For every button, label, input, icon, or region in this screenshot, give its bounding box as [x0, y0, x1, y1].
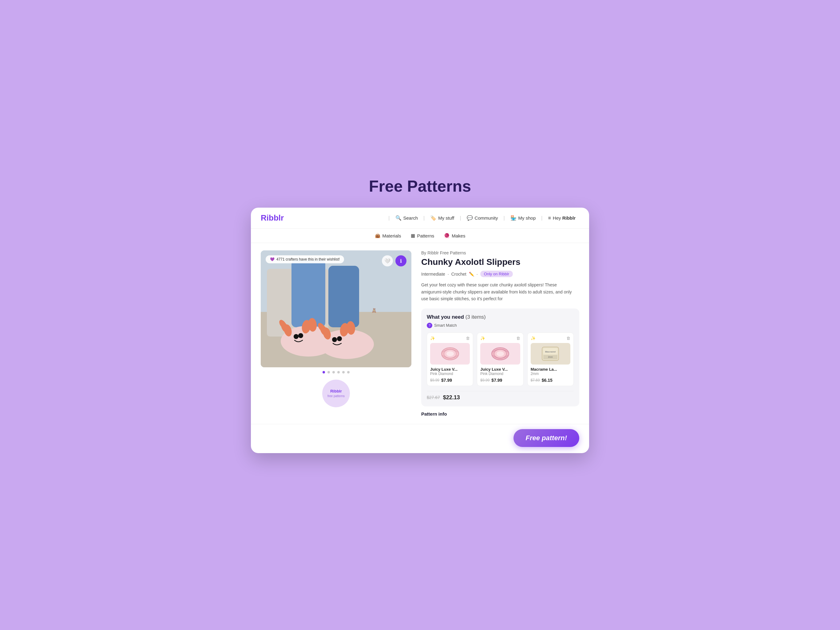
svg-text:2mm: 2mm — [548, 356, 553, 358]
trash-icon-2[interactable]: 🗑 — [516, 336, 520, 340]
chat-icon: 💬 — [467, 215, 473, 221]
ribblr-circle: Ribblr free patterns — [322, 380, 350, 407]
price-old-1: $9.99 — [430, 378, 439, 382]
trash-icon-1[interactable]: 🗑 — [466, 336, 470, 340]
material-name-1: Juicy Luxe V... — [430, 367, 470, 372]
subnav-materials[interactable]: 👜 Materials — [375, 233, 401, 238]
carousel-dot-1[interactable] — [322, 371, 325, 374]
smart-match: ? Smart Match — [427, 323, 574, 328]
level-label: Intermediate — [421, 272, 445, 277]
carousel-dot-5[interactable] — [342, 371, 345, 374]
nav-search[interactable]: 🔍 Search — [392, 214, 422, 222]
search-icon: 🔍 — [395, 215, 401, 221]
carousel-dot-4[interactable] — [337, 371, 340, 374]
image-section: 🧸 💜 4771 crafters have this in their wis… — [261, 250, 411, 416]
price-old-3: $7.69 — [531, 378, 540, 382]
svg-text:Macramé: Macramé — [545, 350, 556, 353]
carousel-dots — [261, 371, 411, 374]
svg-rect-4 — [328, 266, 359, 327]
wyn-count: (3 items) — [466, 314, 486, 320]
product-title: Chunky Axolotl Slippers — [421, 257, 579, 267]
nav-community[interactable]: 💬 Community — [463, 214, 502, 222]
browser-window: Ribblr | 🔍 Search | 🏷️ My stuff | 💬 Comm… — [251, 207, 589, 453]
svg-point-8 — [298, 333, 303, 338]
heart-outline-icon: 🤍 — [384, 258, 390, 264]
svg-point-7 — [294, 334, 298, 339]
top-right-icons: 🤍 ℹ — [382, 255, 406, 266]
material-variant-2: Pink Diamond — [480, 372, 520, 376]
price-new-1: $7.99 — [441, 378, 452, 383]
wishlist-badge: 💜 4771 crafters have this in their wishl… — [266, 255, 344, 263]
footer-cta: Free pattern! — [251, 424, 589, 453]
carousel-dot-2[interactable] — [327, 371, 330, 374]
material-price-2: $9.99 $7.99 — [480, 378, 520, 383]
trash-icon-3[interactable]: 🗑 — [566, 336, 570, 340]
product-image: 🧸 💜 4771 crafters have this in their wis… — [261, 250, 411, 367]
wand-icon-3[interactable]: ✨ — [531, 336, 535, 340]
material-name-3: Macrame La... — [531, 367, 570, 372]
patterns-icon: ▦ — [411, 233, 415, 238]
material-card-1: ✨ 🗑 Juicy Luxe V... — [427, 332, 473, 386]
by-line: By Ribblr Free Patterns — [421, 250, 579, 255]
tag-icon: 🏷️ — [430, 215, 436, 221]
logo[interactable]: Ribblr — [261, 213, 284, 223]
wand-icon-2[interactable]: ✨ — [480, 336, 485, 340]
wishlist-button[interactable]: 🤍 — [382, 255, 393, 266]
nav-my-stuff[interactable]: 🏷️ My stuff — [426, 214, 458, 222]
subnav-patterns[interactable]: ▦ Patterns — [411, 233, 434, 238]
svg-text:🧸: 🧸 — [371, 308, 377, 313]
total-new: $22.13 — [443, 394, 460, 401]
price-new-3: $6.15 — [542, 378, 553, 383]
svg-point-27 — [497, 351, 504, 356]
materials-grid: ✨ 🗑 Juicy Luxe V... — [427, 332, 574, 386]
subnav-makes[interactable]: 🧶 Makes — [444, 233, 465, 238]
svg-point-24 — [447, 351, 454, 356]
main-content: 🧸 💜 4771 crafters have this in their wis… — [251, 243, 589, 424]
total-old: $27.67 — [427, 395, 440, 400]
heart-icon: 💜 — [270, 257, 275, 261]
craft-icon: ✏️ — [469, 272, 474, 277]
carousel-dot-3[interactable] — [332, 371, 335, 374]
ribblr-badge-container: Ribblr free patterns — [261, 380, 411, 407]
info-icon: ℹ — [400, 258, 402, 264]
material-image-1 — [430, 343, 470, 364]
nav-links: | 🔍 Search | 🏷️ My stuff | 💬 Community |… — [387, 214, 579, 222]
material-variant-3: 2mm — [531, 372, 570, 376]
material-name-2: Juicy Luxe V... — [480, 367, 520, 372]
material-image-2 — [480, 343, 520, 364]
shop-icon: 🏪 — [510, 215, 516, 221]
svg-point-13 — [337, 336, 342, 341]
total-row: $27.67 $22.13 — [427, 391, 574, 401]
exclusive-badge: Only on Ribblr — [480, 271, 513, 277]
svg-rect-3 — [292, 260, 325, 327]
carousel-dot-6[interactable] — [347, 371, 350, 374]
wand-icon-1[interactable]: ✨ — [430, 336, 435, 340]
product-section: By Ribblr Free Patterns Chunky Axolotl S… — [421, 250, 579, 416]
material-variant-1: Pink Diamond — [430, 372, 470, 376]
sub-nav: 👜 Materials ▦ Patterns 🧶 Makes — [251, 229, 589, 243]
material-card-3: ✨ 🗑 Macramé 2mm — [527, 332, 574, 386]
wyn-title: What you need (3 items) — [427, 314, 574, 320]
product-description: Get your feet cozy with these super cute… — [421, 282, 579, 302]
free-pattern-button[interactable]: Free pattern! — [513, 429, 579, 447]
material-price-3: $7.69 $6.15 — [531, 378, 570, 383]
menu-icon: ≡ — [548, 215, 551, 221]
page-title: Free Patterns — [369, 177, 471, 195]
product-meta: Intermediate · Crochet ✏️ · Only on Ribb… — [421, 271, 579, 277]
nav-bar: Ribblr | 🔍 Search | 🏷️ My stuff | 💬 Comm… — [251, 207, 589, 229]
pattern-info-label: Pattern info — [421, 411, 579, 416]
makes-icon: 🧶 — [444, 233, 450, 238]
material-image-3: Macramé 2mm — [531, 343, 570, 364]
info-button[interactable]: ℹ — [395, 255, 406, 266]
nav-hey[interactable]: ≡ Hey Ribblr — [544, 214, 579, 222]
svg-point-12 — [332, 337, 337, 342]
price-old-2: $9.99 — [480, 378, 489, 382]
nav-my-shop[interactable]: 🏪 My shop — [507, 214, 540, 222]
what-you-need-section: What you need (3 items) ? Smart Match ✨ … — [421, 309, 579, 406]
smart-match-icon: ? — [427, 323, 432, 328]
bag-icon: 👜 — [375, 233, 381, 238]
price-new-2: $7.99 — [491, 378, 502, 383]
material-card-2: ✨ 🗑 Juicy Luxe V... — [477, 332, 523, 386]
craft-label: Crochet — [452, 272, 466, 277]
material-price-1: $9.99 $7.99 — [430, 378, 470, 383]
